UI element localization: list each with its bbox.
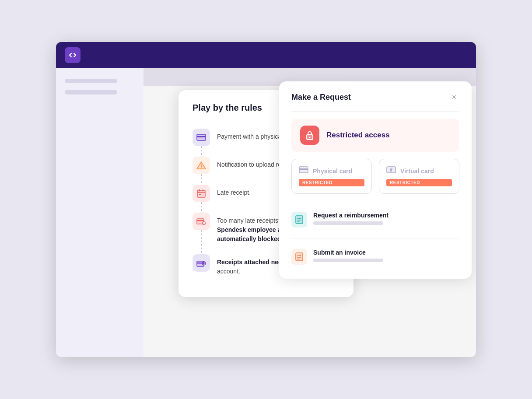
restricted-banner: Restricted access [291,119,459,152]
invoice-content: Submit an invoice [313,249,459,262]
virtual-card-top: Virtual card [386,166,452,175]
virtual-card-option[interactable]: Virtual card RESTRICTED [379,159,459,194]
divider-bottom [291,238,459,238]
sidebar-bar-2 [65,90,117,94]
modal-rules-title: Play by the rules [192,103,262,113]
top-bar [56,42,476,68]
restricted-access-label: Restricted access [326,131,390,140]
virtual-card-restricted-badge: RESTRICTED [386,179,452,186]
svg-rect-30 [296,216,303,224]
content-area: Play by the rules × Payment w [144,68,476,357]
svg-point-4 [201,168,202,168]
invoice-title: Submit an invoice [313,249,459,256]
physical-card-icon [299,166,308,175]
virtual-card-name: Virtual card [400,168,434,175]
svg-rect-27 [299,168,308,170]
physical-card-option[interactable]: Physical card RESTRICTED [291,159,372,194]
rule-icon-card [192,129,210,146]
reimbursement-bar [313,221,383,225]
reimbursement-content: Request a reimbursement [313,212,459,225]
modal-request-header: Make a Request × [291,92,459,102]
physical-card-restricted-badge: RESTRICTED [299,179,364,186]
svg-rect-35 [296,253,303,261]
divider-mid [291,201,459,201]
logo-icon [65,47,80,63]
rule-icon-warning [192,157,210,174]
physical-card-top: Physical card [299,166,364,175]
rule-icon-blocked [192,213,210,230]
rule-icon-unlock [192,254,210,272]
divider-top [291,111,459,112]
modal-request-close-button[interactable]: × [449,92,459,102]
card-options: Physical card RESTRICTED [291,159,459,194]
app-container: Play by the rules × Payment w [56,42,476,357]
svg-rect-5 [197,190,205,197]
svg-rect-2 [197,136,206,137]
svg-rect-10 [199,194,201,195]
invoice-option[interactable]: Submit an invoice [291,245,459,268]
reimbursement-title: Request a reimbursement [313,212,459,219]
svg-point-24 [309,137,311,138]
invoice-bar [313,259,383,262]
reimbursement-option[interactable]: Request a reimbursement [291,208,459,231]
reimbursement-icon [291,212,307,228]
lock-icon [300,126,319,145]
sidebar [56,68,144,357]
svg-rect-13 [197,220,204,221]
modal-request: Make a Request × Restricted access [279,81,472,279]
rule-icon-calendar [192,185,210,202]
main-area: Play by the rules × Payment w [56,68,476,357]
invoice-icon [291,249,307,265]
rule-text-late: Late receipt. [217,185,251,197]
sidebar-bar-1 [65,79,117,83]
modal-request-title: Make a Request [291,93,351,102]
physical-card-name: Physical card [313,168,352,175]
virtual-card-icon [386,166,396,175]
